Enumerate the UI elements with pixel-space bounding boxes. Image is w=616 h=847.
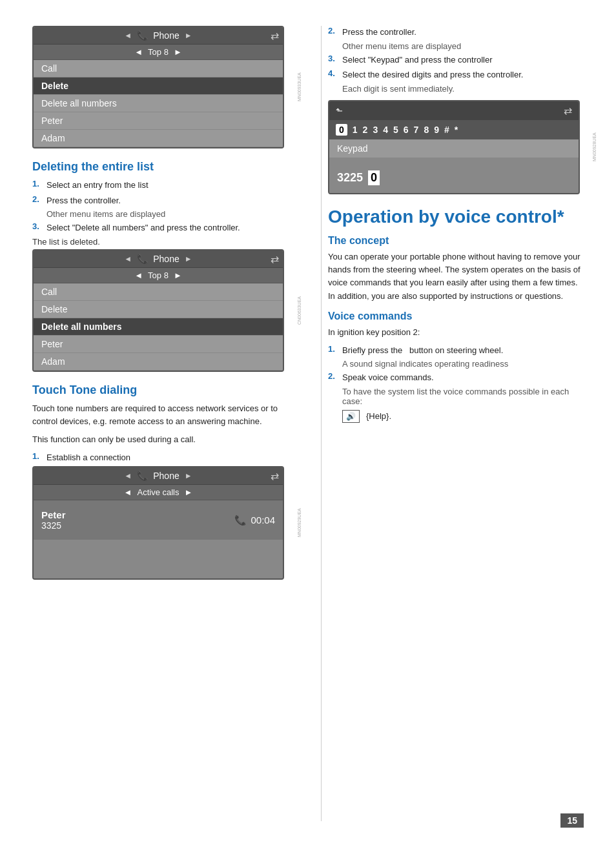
voice-step-1-note: A sound signal indicates operating readi… <box>328 359 584 369</box>
step-3-num: 3. <box>32 221 43 234</box>
right-step-3-text: Select "Keypad" and press the controller <box>342 54 493 66</box>
right-step-4-text: Select the desired digits and press the … <box>342 68 523 81</box>
left-column: ◄ 📞 Phone ► ⇄ ◄ Top 8 ► Call Delete Dele… <box>32 26 295 821</box>
phone-item-delete-all: Delete all numbers <box>34 95 283 112</box>
active-call-empty <box>34 540 283 578</box>
voice-step-2: 2. Speak voice commands. <box>328 371 584 384</box>
phone-ui-2-wrapper: ◄ 📞 Phone ► ⇄ ◄ Top 8 ► Call Delete Dele… <box>32 249 289 372</box>
right-top-section: 2. Press the controller. Other menu item… <box>328 26 584 423</box>
right-step-2-note: Other menu items are displayed <box>328 41 584 51</box>
keypad-input-num: 3225 <box>337 171 363 185</box>
active-call-ui: ◄ 📞 Phone ► ⇄ ◄ Active calls ► Peter 332… <box>32 466 284 580</box>
voice-step-1-num: 1. <box>328 344 338 357</box>
keypad-num-7: 7 <box>414 125 419 135</box>
corner-icon-1: ⇄ <box>271 30 279 42</box>
step-2-num: 2. <box>32 194 43 207</box>
active-call-name-number: Peter 3325 <box>41 509 66 531</box>
touch-step-1: 1. Establish a connection <box>32 451 289 464</box>
keypad-num-8: 8 <box>424 125 429 135</box>
step-2-note: Other menu items are displayed <box>32 209 289 219</box>
active-call-header-phone-icon: 📞 <box>137 471 148 481</box>
step-3: 3. Select "Delete all numbers" and press… <box>32 221 289 234</box>
phone-ui-2-subheader: ◄ Top 8 ► <box>34 268 283 283</box>
phone-ui-2-subheader-text: Top 8 <box>148 270 169 280</box>
help-icon: 🔊 <box>342 410 360 423</box>
voice-step-2-text: Speak voice commands. <box>342 371 434 384</box>
operation-title: Operation by voice control* <box>328 206 584 228</box>
touch-tone-title: Touch Tone dialing <box>32 383 289 397</box>
active-sub-left-arrow: ◄ <box>124 487 132 497</box>
voice-step-2-num: 2. <box>328 371 338 384</box>
continuation-steps: 2. Press the controller. Other menu item… <box>328 26 584 94</box>
phone-ui-1-header: ◄ 📞 Phone ► ⇄ <box>34 27 283 45</box>
step-3-text: Select "Delete all numbers" and press th… <box>46 221 240 234</box>
right-step-4: 4. Select the desired digits and press t… <box>328 68 584 81</box>
active-call-wrapper: ◄ 📞 Phone ► ⇄ ◄ Active calls ► Peter 332… <box>32 466 289 580</box>
voice-step-2-note: To have the system list the voice comman… <box>328 387 584 406</box>
active-call-subheader: ◄ Active calls ► <box>34 485 283 500</box>
phone-ui-1: ◄ 📞 Phone ► ⇄ ◄ Top 8 ► Call Delete Dele… <box>32 26 284 148</box>
active-call-row: Peter 3325 📞 00:04 <box>34 500 283 540</box>
right-arrow-icon-2: ► <box>185 254 192 263</box>
touch-step-1-text: Establish a connection <box>46 451 130 464</box>
phone-item-call: Call <box>34 60 283 77</box>
mn-label-keypad: MN00928UEA <box>592 100 597 194</box>
keypad-num-2: 2 <box>363 125 368 135</box>
sub-left-arrow-2: ◄ <box>134 270 143 280</box>
active-sub-right-arrow: ► <box>185 487 193 497</box>
step-1-num: 1. <box>32 179 43 192</box>
voice-step-1-text: Briefly press the button on steering whe… <box>342 344 503 357</box>
sub-left-arrow: ◄ <box>134 47 143 57</box>
left-arrow-icon: ◄ <box>124 31 132 40</box>
keypad-top-bar: ⬑ ⇄ <box>329 101 579 120</box>
phone-item-peter: Peter <box>34 112 283 130</box>
right-column: 2. Press the controller. Other menu item… <box>321 26 584 821</box>
help-label: {Help}. <box>366 411 391 421</box>
right-step-3: 3. Select "Keypad" and press the control… <box>328 54 584 66</box>
keypad-back-icon: ⬑ <box>336 106 343 116</box>
right-step-2-num: 2. <box>328 26 338 39</box>
keypad-highlighted-0: 0 <box>336 124 347 136</box>
voice-commands-title: Voice commands <box>328 311 584 322</box>
mn-label-1: MN00933UEA <box>297 26 302 148</box>
left-arrow-icon-2: ◄ <box>124 254 132 263</box>
concept-title: The concept <box>328 235 584 247</box>
touch-tone-section: Touch Tone dialing Touch tone numbers ar… <box>32 383 289 464</box>
step-2: 2. Press the controller. <box>32 194 289 207</box>
voice-intro: In ignition key position 2: <box>328 326 584 339</box>
keypad-num-5: 5 <box>393 125 398 135</box>
keypad-corner-icon: ⇄ <box>564 105 572 117</box>
touch-step-1-num: 1. <box>32 451 43 464</box>
keypad-num-6: 6 <box>404 125 409 135</box>
phone-2-item-adam: Adam <box>34 353 283 371</box>
right-arrow-icon-3: ► <box>185 471 192 480</box>
right-arrow-icon: ► <box>185 31 192 40</box>
corner-icon-2: ⇄ <box>271 253 279 265</box>
step-1: 1. Select an entry from the list <box>32 179 289 192</box>
active-call-name: Peter <box>41 509 66 520</box>
phone-ui-2-header-phone-icon: 📞 <box>137 254 148 264</box>
phone-ui-2: ◄ 📞 Phone ► ⇄ ◄ Top 8 ► Call Delete Dele… <box>32 249 284 372</box>
sub-right-arrow-2: ► <box>174 270 182 280</box>
deleting-section: Deleting the entire list 1. Select an en… <box>32 160 289 247</box>
active-call-header-text: Phone <box>153 471 179 481</box>
phone-ui-1-subheader: ◄ Top 8 ► <box>34 45 283 60</box>
keypad-num-star: * <box>455 125 458 135</box>
right-step-2-text: Press the controller. <box>342 26 416 39</box>
call-icon: 📞 <box>234 515 247 526</box>
phone-item-delete: Delete <box>34 77 283 95</box>
phone-2-item-peter: Peter <box>34 336 283 353</box>
step-2-text: Press the controller. <box>46 194 121 207</box>
page-number: 15 <box>560 813 584 828</box>
active-call-time: 📞 00:04 <box>234 515 275 526</box>
keypad-num-hash: # <box>444 125 449 135</box>
corner-icon-3: ⇄ <box>271 470 279 482</box>
keypad-label: Keypad <box>329 139 579 158</box>
right-step-4-num: 4. <box>328 68 338 81</box>
mn-label-3: MN00929UEA <box>297 466 302 580</box>
keypad-num-1: 1 <box>353 125 358 135</box>
keypad-ui: ⬑ ⇄ 0 1 2 3 4 5 6 7 8 9 # <box>328 100 580 194</box>
phone-2-item-delete: Delete <box>34 301 283 318</box>
active-call-header: ◄ 📞 Phone ► ⇄ <box>34 467 283 485</box>
phone-ui-1-subheader-text: Top 8 <box>148 47 169 57</box>
